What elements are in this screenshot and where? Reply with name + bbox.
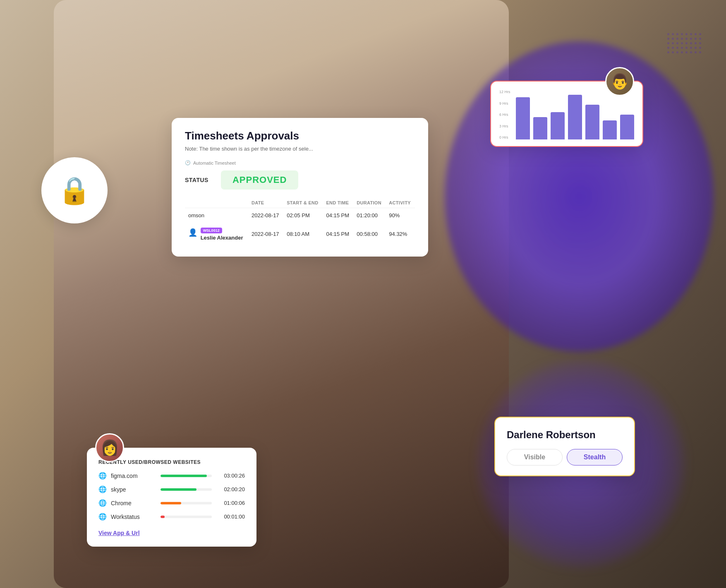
col-date: DATE (248, 198, 283, 208)
chart-bar-3 (551, 112, 565, 139)
y-label-0: 0 Hrs (499, 135, 510, 139)
status-section: STATUS APPROVED (185, 170, 415, 190)
lock-circle: 🔒 (41, 157, 108, 223)
website-row-chrome: 🌐 Chrome 01:00:06 (98, 499, 245, 507)
progress-bar-workstatus (161, 516, 212, 518)
start-end-cell: 08:10 AM (283, 223, 323, 245)
website-row-workstatus: 🌐 Workstatus 00:01:00 (98, 513, 245, 521)
table-row: omson 2022-08-17 02:05 PM 04:15 PM 01:20… (185, 208, 415, 223)
chart-bar-1 (516, 97, 530, 139)
date-cell: 2022-08-17 (248, 223, 283, 245)
progress-fill (161, 475, 207, 477)
col-end-time: END TIME (323, 198, 353, 208)
chart-bar-2 (533, 117, 547, 139)
clock-icon: 🕐 (185, 160, 191, 166)
progress-fill (161, 516, 165, 518)
end-time-cell: 04:15 PM (323, 208, 353, 223)
y-label-9: 9 Hrs (499, 101, 510, 106)
progress-bar-chrome (161, 502, 212, 504)
chart-bar-5 (585, 105, 599, 139)
y-label-3: 3 Hrs (499, 124, 510, 128)
employee-name: Leslie Alexander (201, 235, 243, 241)
websites-avatar-icon: 👩 (101, 439, 119, 456)
dots-top-right (667, 33, 701, 53)
progress-fill (161, 488, 196, 491)
timesheet-title: Timesheets Approvals (185, 130, 415, 142)
employee-cell: 👤 WSL0012 Leslie Alexander (185, 223, 248, 245)
websites-avatar: 👩 (95, 433, 124, 462)
progress-bar-figma (161, 475, 212, 477)
chart-bar-6 (603, 120, 617, 139)
col-start-end: START & END (283, 198, 323, 208)
website-time: 00:01:00 (216, 514, 245, 520)
globe-icon: 🌐 (98, 513, 107, 521)
progress-bar-skype (161, 488, 212, 491)
stealth-toggle[interactable]: Stealth (567, 449, 623, 466)
col-name (185, 198, 248, 208)
website-name: skype (111, 486, 156, 493)
websites-card: 👩 RECENTLY USED/BROWSED WEBSITES 🌐 figma… (87, 448, 256, 547)
approved-badge: APPROVED (221, 170, 298, 190)
chart-bar-4 (568, 95, 582, 139)
darlene-card: Darlene Robertson Visible Stealth (494, 417, 635, 476)
table-row: 👤 WSL0012 Leslie Alexander 2022-08-17 08… (185, 223, 415, 245)
website-name: figma.com (111, 473, 156, 479)
employee-icon: 👤 (188, 228, 197, 237)
duration-cell: 00:58:00 (353, 223, 386, 245)
avatar-face-icon: 👨 (611, 73, 629, 90)
progress-fill (161, 502, 181, 504)
websites-title: RECENTLY USED/BROWSED WEBSITES (98, 459, 245, 465)
duration-cell: 01:20:00 (353, 208, 386, 223)
globe-icon: 🌐 (98, 485, 107, 493)
wsl-badge: WSL0012 (201, 228, 222, 233)
timesheet-note: Note: The time shown is as per the timez… (185, 146, 415, 152)
y-label-12: 12 Hrs (499, 90, 510, 94)
website-name: Workstatus (111, 514, 156, 520)
status-label: STATUS (185, 177, 208, 183)
employee-cell: omson (185, 208, 248, 223)
visible-toggle[interactable]: Visible (507, 449, 563, 466)
col-activity: ACTIVITY (386, 198, 415, 208)
date-cell: 2022-08-17 (248, 208, 283, 223)
website-time: 03:00:26 (216, 473, 245, 479)
website-row-figma: 🌐 figma.com 03:00:26 (98, 472, 245, 480)
lock-icon: 🔒 (58, 175, 91, 206)
chart-y-axis: 12 Hrs 9 Hrs 6 Hrs 3 Hrs 0 Hrs (499, 90, 510, 139)
website-row-skype: 🌐 skype 02:00:20 (98, 485, 245, 493)
globe-icon: 🌐 (98, 472, 107, 480)
timesheet-card: Timesheets Approvals Note: The time show… (172, 118, 428, 257)
chart-bar-7 (620, 115, 634, 139)
chart-area: 12 Hrs 9 Hrs 6 Hrs 3 Hrs 0 Hrs (499, 90, 634, 139)
chart-card: 👨 12 Hrs 9 Hrs 6 Hrs 3 Hrs 0 Hrs (490, 81, 643, 147)
website-name: Chrome (111, 500, 156, 506)
end-time-cell: 04:15 PM (323, 223, 353, 245)
darlene-name: Darlene Robertson (507, 429, 623, 441)
activity-cell: 94.32% (386, 223, 415, 245)
website-time: 02:00:20 (216, 486, 245, 492)
auto-timesheet-label: 🕐 Automatic Timesheet (185, 160, 415, 166)
toggle-group: Visible Stealth (507, 449, 623, 466)
website-time: 01:00:06 (216, 500, 245, 506)
globe-icon: 🌐 (98, 499, 107, 507)
timesheet-table: DATE START & END END TIME DURATION ACTIV… (185, 198, 415, 245)
col-duration: DURATION (353, 198, 386, 208)
view-app-url-link[interactable]: View App & Url (98, 530, 140, 536)
y-label-6: 6 Hrs (499, 113, 510, 117)
start-end-cell: 02:05 PM (283, 208, 323, 223)
activity-cell: 90% (386, 208, 415, 223)
